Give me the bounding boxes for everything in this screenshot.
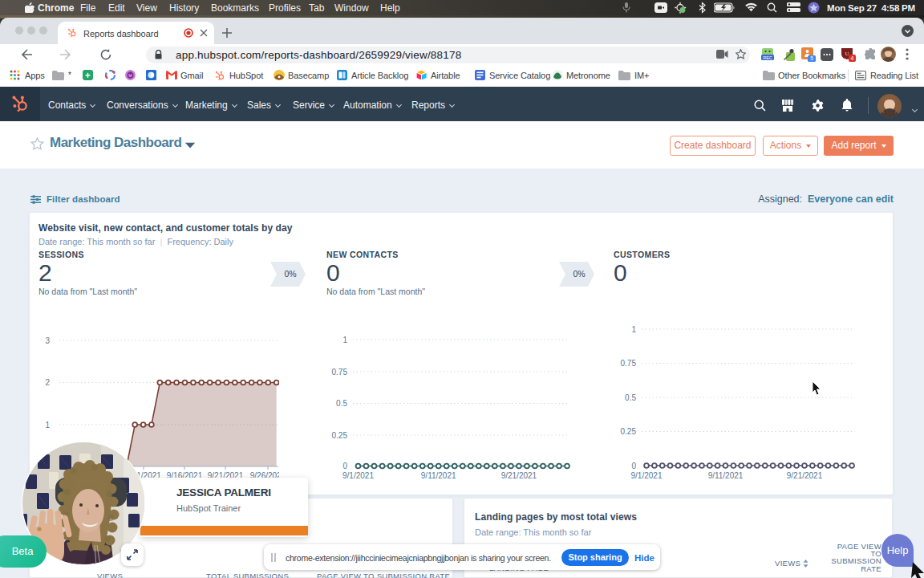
svg-text:5: 5 <box>810 55 813 61</box>
svg-text:4: 4 <box>851 55 854 61</box>
svg-text:REC: REC <box>763 55 772 60</box>
svg-text:U: U <box>845 51 849 57</box>
